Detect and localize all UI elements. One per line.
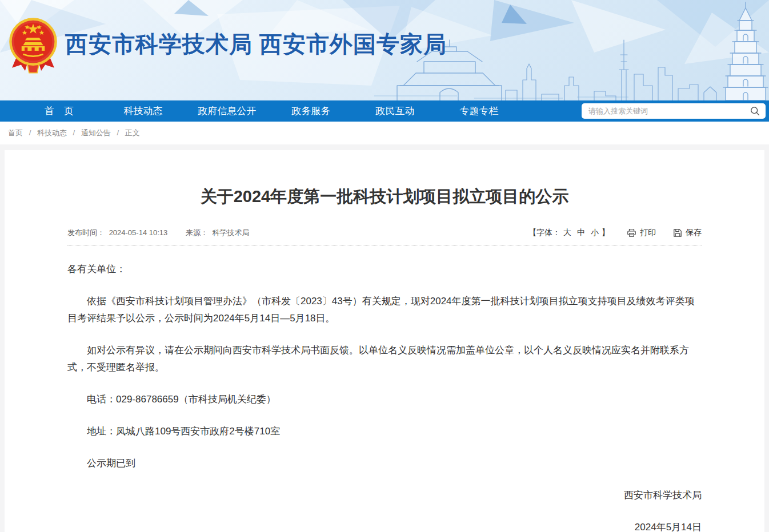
breadcrumb: 首页 / 科技动态 / 通知公告 / 正文 <box>0 122 769 144</box>
article-card: 关于2024年度第一批科技计划项目拟立项目的公示 发布时间： 2024-05-1… <box>5 150 764 532</box>
article-title: 关于2024年度第一批科技计划项目拟立项目的公示 <box>67 186 702 207</box>
save-button[interactable]: 保存 <box>673 228 702 238</box>
search-input[interactable] <box>587 106 750 116</box>
font-size-widget: 【字体：大中小】 <box>528 228 610 238</box>
national-emblem-logo <box>8 16 58 76</box>
print-button[interactable]: 打印 <box>627 228 656 238</box>
nav-item-gov-services[interactable]: 政务服务 <box>269 100 353 122</box>
site-title: 西安市科学技术局 西安市外国专家局 <box>65 29 447 60</box>
save-label: 保存 <box>686 228 702 238</box>
brand: 西安市科学技术局 西安市外国专家局 <box>8 16 447 76</box>
font-size-label-close: 】 <box>602 228 610 237</box>
site-header: 西安市科学技术局 西安市外国专家局 <box>0 0 769 100</box>
font-size-label-open: 【字体： <box>528 228 560 237</box>
signature-date: 2024年5月14日 <box>67 519 702 532</box>
breadcrumb-current: 正文 <box>125 128 140 137</box>
printer-icon <box>627 228 636 237</box>
print-label: 打印 <box>640 228 656 238</box>
breadcrumb-separator: / <box>29 128 31 137</box>
breadcrumb-tech-news[interactable]: 科技动态 <box>37 128 67 137</box>
search-icon <box>750 106 760 116</box>
paragraph-address: 地址：凤城八路109号西安市政府2号楼710室 <box>67 423 702 440</box>
nav-item-gov-info[interactable]: 政府信息公开 <box>185 100 269 122</box>
signature-org: 西安市科学技术局 <box>67 487 702 504</box>
paragraph-basis: 依据《西安市科技计划项目管理办法》（市科发〔2023〕43号）有关规定，现对20… <box>67 293 702 327</box>
search-box[interactable] <box>582 103 766 119</box>
paragraph-phone: 电话：029-86786659（市科技局机关纪委） <box>67 391 702 408</box>
paragraph-note: 公示期已到 <box>67 455 702 472</box>
content-area: 关于2024年度第一批科技计划项目拟立项目的公示 发布时间： 2024-05-1… <box>0 144 769 532</box>
article-meta: 发布时间： 2024-05-14 10:13 来源： 科学技术局 【字体：大中小… <box>67 228 702 246</box>
nav-item-home[interactable]: 首 页 <box>17 100 101 122</box>
breadcrumb-home[interactable]: 首页 <box>8 128 23 137</box>
breadcrumb-separator: / <box>117 128 119 137</box>
publish-time-label: 发布时间： <box>67 228 105 237</box>
source-value: 科学技术局 <box>213 228 250 237</box>
paragraph-salutation: 各有关单位： <box>67 261 702 278</box>
source-label: 来源： <box>186 228 208 237</box>
save-icon <box>673 228 682 237</box>
breadcrumb-notices[interactable]: 通知公告 <box>81 128 111 137</box>
font-size-small[interactable]: 小 <box>591 228 599 237</box>
nav-item-interaction[interactable]: 政民互动 <box>353 100 437 122</box>
search-button[interactable] <box>750 106 760 116</box>
meta-tools: 【字体：大中小】 打印 <box>528 228 702 238</box>
font-size-medium[interactable]: 中 <box>577 228 585 237</box>
paragraph-objection: 如对公示有异议，请在公示期间向西安市科学技术局书面反馈。以单位名义反映情况需加盖… <box>67 342 702 376</box>
nav-item-tech-news[interactable]: 科技动态 <box>101 100 185 122</box>
breadcrumb-separator: / <box>73 128 75 137</box>
meta-left: 发布时间： 2024-05-14 10:13 来源： 科学技术局 <box>67 228 252 238</box>
nav-item-special[interactable]: 专题专栏 <box>437 100 521 122</box>
publish-time-value: 2024-05-14 10:13 <box>109 228 168 237</box>
article-body: 各有关单位： 依据《西安市科技计划项目管理办法》（市科发〔2023〕43号）有关… <box>67 261 702 532</box>
main-nav: 首 页 科技动态 政府信息公开 政务服务 政民互动 专题专栏 <box>0 100 769 122</box>
font-size-large[interactable]: 大 <box>563 228 571 237</box>
